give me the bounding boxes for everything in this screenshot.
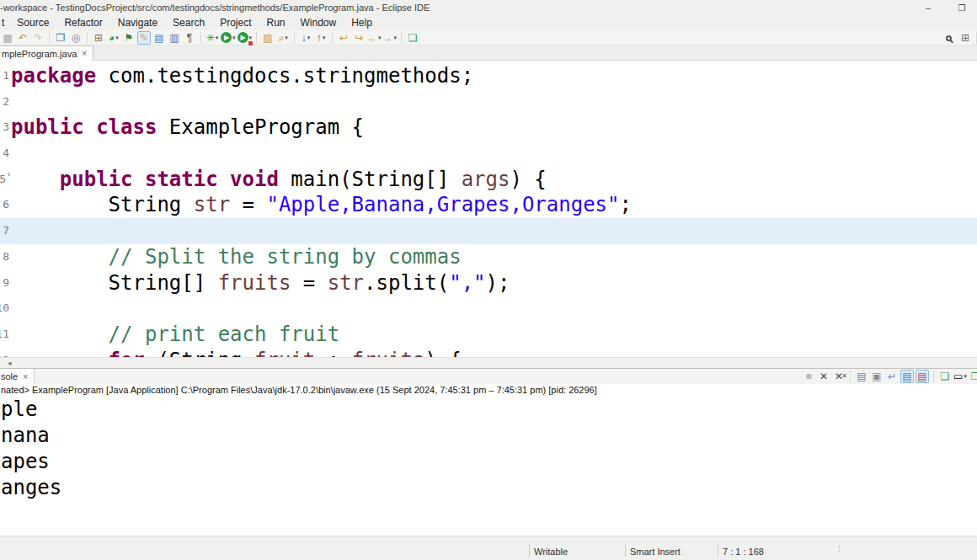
show-whitespace-icon[interactable]: ¶	[183, 31, 196, 45]
console-output[interactable]: plenanaapesanges	[1, 397, 61, 501]
new-java-project-icon[interactable]: ⊞	[92, 31, 105, 45]
status-cursor-position: 7 : 1 : 168	[723, 547, 764, 557]
gutter-line: 7	[0, 218, 10, 244]
menu-item-project[interactable]: Project	[212, 17, 259, 29]
line-number: 1	[3, 70, 9, 82]
next-edit-location-icon[interactable]: ↪	[352, 31, 366, 45]
show-stdout-icon[interactable]: ▤	[900, 370, 914, 383]
magnifier-glass	[946, 35, 952, 41]
forward-history-icon[interactable]: →▾	[383, 31, 398, 45]
run-external-tools-icon[interactable]: ▶▾	[238, 31, 253, 45]
editor-hscrollbar[interactable]: ◂	[0, 357, 977, 368]
coverage-icon[interactable]: ◕▾	[107, 31, 120, 45]
menu-item-search[interactable]: Search	[165, 17, 212, 29]
toolbar-separator	[49, 32, 50, 44]
tab-console[interactable]: sole ×	[0, 369, 35, 384]
status-separator	[625, 544, 626, 557]
console-tab-close-icon[interactable]: ×	[23, 372, 28, 381]
code-token: .split(	[364, 271, 449, 295]
terminate-icon[interactable]: ■	[802, 370, 815, 383]
skip-breakpoints-icon[interactable]: ◎	[69, 31, 83, 45]
dropdown-arrow-icon[interactable]: ▾	[115, 35, 119, 41]
toolbar-separator	[933, 371, 934, 382]
console-tab-label: sole	[1, 371, 18, 381]
code-line: public class ExampleProgram {	[11, 115, 632, 141]
code-token	[11, 168, 60, 191]
line-number: 3	[3, 121, 9, 133]
minimize-button[interactable]: –	[923, 3, 933, 13]
pin-console-icon[interactable]: ❏	[938, 370, 952, 383]
code-area[interactable]: package com.testingdocs.stringmethods; p…	[11, 63, 632, 357]
code-token: public	[11, 115, 84, 139]
mark-occurrences-icon[interactable]: ✎	[137, 31, 151, 45]
last-edit-location-icon[interactable]: ↩	[337, 31, 350, 45]
display-console-icon[interactable]: ▭▾	[953, 370, 967, 383]
search-flashlight-icon[interactable]: ⌕▾	[276, 31, 290, 45]
console-tab-row: sole × ■✕✕▤▣↵▤▤❏▭▾❒	[0, 369, 977, 384]
word-wrap-icon-glyph: ↵	[888, 370, 896, 383]
open-task-icon[interactable]: ▧	[261, 31, 275, 45]
dropdown-arrow-icon[interactable]: ▾	[394, 35, 398, 41]
tab-close-icon[interactable]: ×	[82, 49, 87, 58]
coverage-icon-glyph: ◕	[109, 31, 115, 45]
dropdown-arrow-icon[interactable]: ▾	[378, 35, 382, 41]
code-token: ExampleProgram {	[157, 115, 364, 139]
open-console-icon[interactable]: ❒	[969, 370, 977, 383]
dropdown-arrow-icon[interactable]: ▾	[323, 35, 326, 41]
previous-annotation-icon[interactable]: ↑▾	[314, 31, 328, 45]
word-wrap-icon[interactable]: ↵	[885, 370, 899, 383]
search-icon[interactable]	[941, 31, 957, 45]
previous-annotation-icon-glyph: ↑	[317, 31, 322, 45]
run-icon[interactable]: ▶▾	[221, 31, 236, 45]
restore-button[interactable]: ❐	[957, 3, 967, 13]
open-window-icon[interactable]: ❐	[54, 31, 67, 45]
gutter-line: 4	[0, 141, 10, 167]
next-edit-location-icon-glyph: ↪	[355, 31, 363, 45]
save-icon[interactable]: ▦	[1, 31, 14, 45]
remove-launch-icon[interactable]: ✕	[817, 370, 830, 383]
tab-example-program[interactable]: mpleProgram.java ×	[0, 45, 93, 61]
debug-icon[interactable]: ✳▾	[206, 31, 219, 45]
status-separator	[529, 544, 530, 557]
dropdown-arrow-icon[interactable]: ▾	[964, 373, 967, 380]
clear-console-icon[interactable]: ▤	[855, 370, 868, 383]
show-whitespace-icon-glyph: ¶	[187, 31, 192, 45]
dropdown-arrow-icon[interactable]: ▾	[307, 35, 311, 41]
tab-label: mpleProgram.java	[2, 49, 77, 59]
pin-editor-icon-glyph: ❏	[408, 31, 418, 45]
remove-all-launches-icon[interactable]: ✕	[832, 370, 846, 383]
gutter-line: 3	[0, 115, 10, 141]
status-insert-mode: Smart Insert	[630, 547, 681, 557]
scroll-lock-icon-glyph: ▣	[872, 370, 881, 383]
open-perspective-icon[interactable]: ⊞	[958, 31, 972, 45]
redo-icon[interactable]: ↷	[31, 31, 45, 45]
new-java-project-icon-glyph: ⊞	[94, 31, 103, 45]
show-stderr-icon[interactable]: ▤	[916, 370, 929, 383]
dropdown-arrow-icon[interactable]: ▾	[216, 35, 219, 41]
code-line: String[] fruits = str.split(",");	[11, 270, 632, 296]
code-editor[interactable]: 123456789101112 package com.testingdocs.…	[0, 61, 977, 357]
open-resource-icon[interactable]: ▥	[168, 31, 181, 45]
menu-item-refactor[interactable]: Refactor	[56, 17, 109, 29]
open-task-icon-glyph: ▧	[263, 31, 272, 45]
menu-item-navigate[interactable]: Navigate	[110, 17, 165, 29]
menu-item-window[interactable]: Window	[293, 17, 344, 29]
scroll-lock-icon[interactable]: ▣	[870, 370, 884, 383]
dropdown-arrow-icon[interactable]: ▾	[232, 35, 236, 41]
scroll-left-icon[interactable]: ◂	[8, 358, 12, 368]
new-wizard-icon[interactable]: ▤	[152, 31, 166, 45]
next-annotation-icon[interactable]: ↓▾	[299, 31, 312, 45]
launch-config-icon[interactable]: ⚑	[122, 31, 136, 45]
pin-editor-icon[interactable]: ❏	[406, 31, 419, 45]
menu-item-t[interactable]: t	[0, 17, 9, 29]
dropdown-arrow-icon[interactable]: ▾	[249, 35, 253, 41]
line-number: 9	[3, 277, 9, 289]
code-token: ) {	[510, 168, 546, 191]
menu-item-source[interactable]: Source	[9, 17, 56, 29]
undo-icon[interactable]: ↶	[16, 31, 29, 45]
code-token	[218, 168, 230, 191]
menu-item-run[interactable]: Run	[259, 17, 293, 29]
back-history-icon[interactable]: ←▾	[367, 31, 382, 45]
dropdown-arrow-icon[interactable]: ▾	[285, 35, 288, 41]
menu-item-help[interactable]: Help	[344, 17, 380, 29]
